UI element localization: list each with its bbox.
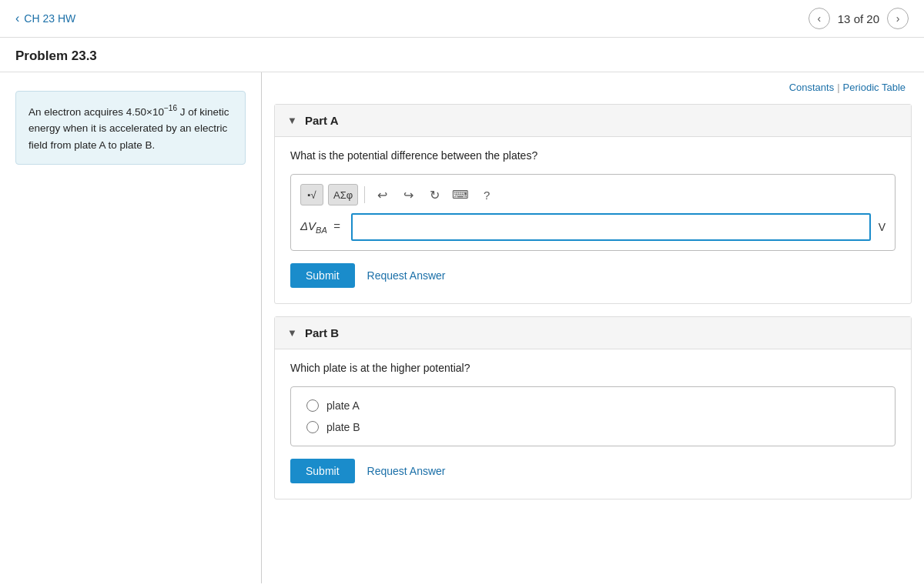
radio-plate-b[interactable]	[306, 421, 319, 433]
refresh-icon: ↻	[430, 188, 440, 202]
part-a-submit-button[interactable]: Submit	[290, 263, 355, 288]
part-a-question: What is the potential difference between…	[290, 149, 896, 162]
redo-button[interactable]: ↪	[397, 184, 419, 205]
pipe-separator: |	[837, 82, 839, 93]
redo-icon: ↪	[403, 188, 413, 202]
part-b-chevron-icon: ▼	[287, 327, 297, 339]
part-a-chevron-icon: ▼	[287, 115, 297, 126]
part-b-submit-row: Submit Request Answer	[290, 459, 896, 483]
back-nav[interactable]: ‹ CH 23 HW	[15, 12, 75, 25]
prev-button[interactable]: ‹	[808, 8, 830, 29]
part-a-answer-box: ▪ √ ΑΣφ ↩ ↪ ↻	[290, 174, 896, 251]
chevron-left-icon: ‹	[15, 12, 19, 25]
top-nav: ‹ CH 23 HW ‹ 13 of 20 ›	[0, 0, 924, 38]
problem-title-row: Problem 23.3	[0, 38, 924, 72]
resource-links: Constants | Periodic Table	[262, 72, 924, 98]
toolbar-separator	[364, 186, 365, 203]
problem-title: Problem 23.3	[15, 48, 97, 63]
unit-label: V	[879, 221, 886, 233]
right-panel: Constants | Periodic Table ▼ Part A What…	[262, 72, 924, 583]
part-b-header[interactable]: ▼ Part B	[275, 317, 911, 349]
undo-button[interactable]: ↩	[371, 184, 393, 205]
refresh-button[interactable]: ↻	[424, 184, 445, 205]
keyboard-button[interactable]: ⌨	[450, 184, 471, 205]
part-a-header[interactable]: ▼ Part A	[275, 105, 911, 137]
help-button[interactable]: ?	[476, 184, 497, 205]
part-b-label: Part B	[305, 326, 339, 339]
main-layout: An electron acquires 4.50×10−16 J of kin…	[0, 72, 924, 583]
part-b-question: Which plate is at the higher potential?	[290, 362, 896, 374]
undo-icon: ↩	[377, 188, 387, 202]
problem-counter: 13 of 20	[838, 12, 879, 25]
part-b-radio-box: plate A plate B	[290, 386, 896, 446]
equation-label: ΔVBA =	[300, 219, 340, 235]
plate-b-label: plate B	[326, 421, 360, 433]
option-plate-a[interactable]: plate A	[306, 399, 879, 412]
periodic-table-link[interactable]: Periodic Table	[843, 82, 906, 93]
nav-controls: ‹ 13 of 20 ›	[808, 8, 909, 29]
constants-link[interactable]: Constants	[789, 82, 835, 93]
part-b-request-answer-link[interactable]: Request Answer	[367, 465, 446, 477]
part-a-input[interactable]	[351, 213, 871, 241]
part-b-content: Which plate is at the higher potential? …	[275, 349, 911, 499]
greek-symbols-button[interactable]: ΑΣφ	[328, 184, 358, 205]
equation-row: ΔVBA = V	[300, 213, 886, 241]
sqrt-icon: √	[310, 189, 316, 201]
next-icon: ›	[896, 12, 900, 25]
part-b-submit-button[interactable]: Submit	[290, 459, 355, 483]
part-a-section: ▼ Part A What is the potential differenc…	[274, 104, 912, 304]
part-a-content: What is the potential difference between…	[275, 137, 911, 303]
keyboard-icon: ⌨	[452, 188, 469, 202]
part-b-section: ▼ Part B Which plate is at the higher po…	[274, 316, 912, 499]
greek-label: ΑΣφ	[333, 189, 353, 201]
part-a-label: Part A	[305, 114, 339, 127]
back-nav-label: CH 23 HW	[24, 12, 75, 25]
left-panel: An electron acquires 4.50×10−16 J of kin…	[0, 72, 262, 583]
plate-a-label: plate A	[326, 399, 360, 412]
problem-description: An electron acquires 4.50×10−16 J of kin…	[15, 91, 246, 165]
part-a-submit-row: Submit Request Answer	[290, 263, 896, 288]
option-plate-b[interactable]: plate B	[306, 421, 879, 433]
part-a-request-answer-link[interactable]: Request Answer	[367, 269, 446, 282]
radio-plate-a[interactable]	[306, 399, 319, 412]
next-button[interactable]: ›	[887, 8, 909, 29]
question-mark-icon: ?	[484, 189, 490, 202]
matrix-sqrt-button[interactable]: ▪ √	[300, 184, 323, 205]
prev-icon: ‹	[817, 12, 821, 25]
part-a-toolbar: ▪ √ ΑΣφ ↩ ↪ ↻	[300, 184, 886, 205]
